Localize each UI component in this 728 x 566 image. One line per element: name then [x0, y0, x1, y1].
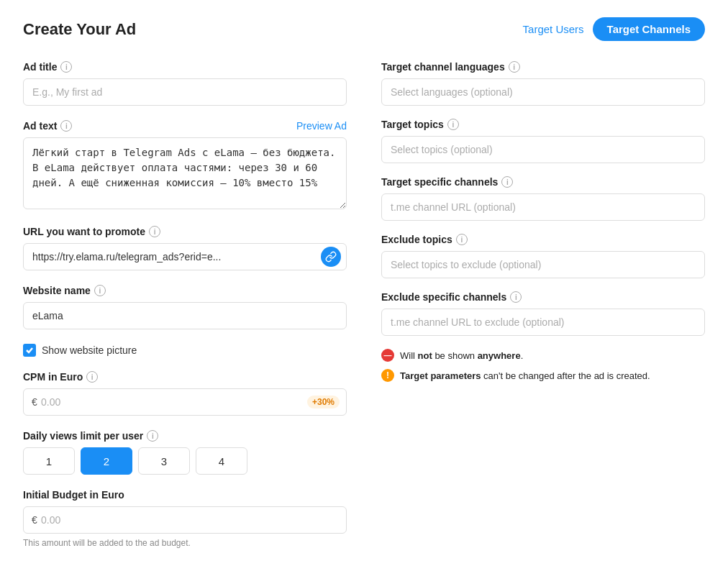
cpm-info-icon[interactable]: i [86, 371, 98, 383]
views-limit-buttons: 1 2 3 4 [23, 447, 347, 475]
url-label: URL you want to promote i [23, 226, 347, 237]
views-btn-4[interactable]: 4 [196, 447, 247, 475]
views-btn-3[interactable]: 3 [138, 447, 190, 475]
views-btn-1[interactable]: 1 [23, 447, 75, 475]
ad-title-input[interactable] [23, 78, 347, 106]
target-languages-info-icon[interactable]: i [509, 61, 520, 73]
show-website-picture-label: Show website picture [42, 344, 137, 356]
budget-group: Initial Budget in Euro € This amount wil… [23, 489, 347, 548]
preview-ad-link[interactable]: Preview Ad [296, 120, 347, 132]
budget-helper: This amount will be added to the ad budg… [23, 538, 347, 548]
checkmark-icon [25, 346, 34, 355]
target-languages-label: Target channel languages i [381, 61, 705, 73]
url-input[interactable] [23, 243, 347, 270]
budget-input[interactable] [23, 506, 347, 534]
daily-views-label: Daily views limit per user i [23, 430, 347, 442]
budget-label: Initial Budget in Euro [23, 489, 347, 501]
website-name-info-icon[interactable]: i [94, 285, 106, 296]
show-website-picture-checkbox[interactable] [23, 344, 36, 357]
exclude-topics-label: Exclude topics i [381, 234, 705, 245]
exclude-topics-input[interactable] [381, 251, 705, 278]
target-languages-group: Target channel languages i [381, 61, 705, 106]
right-column: Target channel languages i Target topics… [381, 61, 705, 562]
exclude-specific-channels-input[interactable] [381, 309, 705, 336]
ad-title-label: Ad title i [23, 61, 347, 73]
warning-target-params-icon: ! [381, 369, 394, 382]
url-info-icon[interactable]: i [149, 226, 160, 237]
exclude-topics-group: Exclude topics i [381, 234, 705, 278]
exclude-topics-info-icon[interactable]: i [456, 234, 468, 245]
ad-text-label: Ad text i [23, 120, 72, 132]
target-specific-channels-label: Target specific channels i [381, 176, 705, 188]
website-name-label: Website name i [23, 285, 347, 296]
cpm-currency-symbol: € [32, 396, 37, 408]
warning-not-shown-icon [381, 349, 394, 362]
warning-not-shown-text: Will not be shown anywhere. [400, 350, 523, 361]
page-title: Create Your Ad [23, 20, 136, 39]
ad-text-group: Ad text i Preview Ad [23, 120, 347, 211]
daily-views-info-icon[interactable]: i [147, 430, 158, 442]
target-specific-channels-group: Target specific channels i [381, 176, 705, 221]
cpm-label: CPM in Euro i [23, 371, 347, 383]
warning-not-shown-row: Will not be shown anywhere. [381, 349, 705, 362]
target-specific-channels-input[interactable] [381, 193, 705, 221]
url-group: URL you want to promote i [23, 226, 347, 270]
header-buttons: Target Users Target Channels [523, 17, 705, 41]
cpm-group: CPM in Euro i € +30% [23, 371, 347, 416]
target-specific-channels-info-icon[interactable]: i [501, 176, 513, 188]
warning-target-params-text: Target parameters can't be changed after… [400, 370, 650, 381]
target-topics-info-icon[interactable]: i [447, 119, 459, 130]
website-name-group: Website name i [23, 285, 347, 329]
views-btn-2[interactable]: 2 [81, 447, 132, 475]
cpm-badge: +30% [307, 396, 340, 408]
warning-target-params-row: ! Target parameters can't be changed aft… [381, 369, 705, 382]
ad-text-info-icon[interactable]: i [60, 120, 72, 132]
target-topics-label: Target topics i [381, 119, 705, 130]
url-action-icon[interactable] [321, 247, 341, 267]
exclude-specific-channels-info-icon[interactable]: i [510, 291, 522, 303]
ad-title-info-icon[interactable]: i [60, 61, 72, 73]
cpm-wrapper: € +30% [23, 388, 347, 416]
budget-currency-symbol: € [32, 514, 37, 526]
target-topics-input[interactable] [381, 136, 705, 163]
exclude-specific-channels-label: Exclude specific channels i [381, 291, 705, 303]
target-users-button[interactable]: Target Users [523, 23, 584, 35]
cpm-input[interactable] [23, 388, 347, 416]
ad-title-group: Ad title i [23, 61, 347, 106]
link-icon [325, 251, 337, 263]
target-languages-input[interactable] [381, 78, 705, 106]
show-website-picture-row[interactable]: Show website picture [23, 344, 347, 357]
ad-text-input[interactable] [23, 137, 347, 209]
target-topics-group: Target topics i [381, 119, 705, 163]
url-field-wrapper [23, 243, 347, 270]
budget-wrapper: € [23, 506, 347, 534]
daily-views-group: Daily views limit per user i 1 2 3 4 [23, 430, 347, 475]
target-channels-button[interactable]: Target Channels [593, 17, 705, 41]
ad-text-header: Ad text i Preview Ad [23, 120, 347, 132]
exclude-specific-channels-group: Exclude specific channels i [381, 291, 705, 336]
website-name-input[interactable] [23, 302, 347, 329]
left-column: Ad title i Ad text i Preview Ad [23, 61, 347, 562]
